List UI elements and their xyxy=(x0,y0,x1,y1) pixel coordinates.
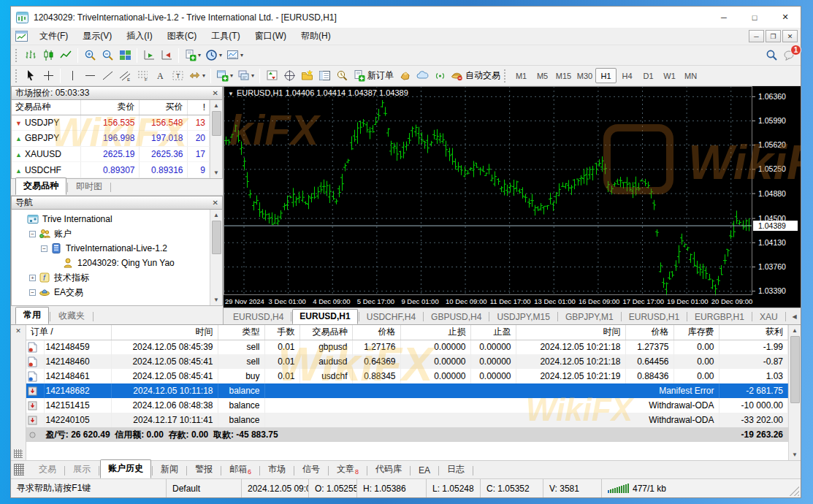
history-column-header[interactable]: 库存费 xyxy=(673,325,719,340)
chart-window[interactable]: ▼EURUSD,H1 1.04406 1.04414 1.04387 1.043… xyxy=(224,86,801,308)
data-window-button[interactable] xyxy=(280,67,298,84)
terminal-tab-账户历史[interactable]: 账户历史 xyxy=(100,459,151,478)
templates-button[interactable]: ▾ xyxy=(224,47,245,64)
mdi-minimize-button[interactable]: ─ xyxy=(749,30,764,42)
history-column-header[interactable]: 订单 / xyxy=(26,325,111,340)
menu-item[interactable]: 文件(F) xyxy=(32,28,75,43)
navigator-item[interactable]: −账户 xyxy=(12,226,210,241)
timeframe-h4[interactable]: H4 xyxy=(617,68,638,83)
scroll-down-icon[interactable]: ▼ xyxy=(790,449,801,460)
collapse-minus-icon[interactable]: − xyxy=(41,245,47,252)
market-watch-column-header[interactable]: 买价 xyxy=(139,100,187,115)
market-watch-column-header[interactable]: 卖价 xyxy=(80,100,139,115)
navigator-caption[interactable]: 导航 ✕ xyxy=(11,196,223,210)
menu-item[interactable]: 帮助(H) xyxy=(294,28,338,43)
market-watch-row[interactable]: ▲USDCHF0.893070.893169 xyxy=(12,162,210,178)
tile-windows-button[interactable] xyxy=(116,47,134,64)
text-label-button[interactable]: T xyxy=(169,67,186,84)
channel-button[interactable]: E xyxy=(116,67,134,84)
menu-item[interactable]: 工具(T) xyxy=(204,28,247,43)
dropdown-arrow-icon[interactable]: ▾ xyxy=(219,52,222,58)
history-column-header[interactable]: 手数 xyxy=(264,325,299,340)
timeframe-m1[interactable]: M1 xyxy=(511,68,532,83)
chart-tab[interactable]: XAU xyxy=(753,310,785,324)
terminal-tab-交易[interactable]: 交易 xyxy=(31,461,64,478)
scroll-up-icon[interactable]: ▲ xyxy=(211,100,222,111)
market-watch-header[interactable]: 交易品种卖价买价! xyxy=(12,100,210,115)
timeframe-h1[interactable]: H1 xyxy=(595,68,617,83)
history-row[interactable]: 1421484612024.12.05 08:45:41buy0.01usdch… xyxy=(26,369,788,383)
chart-tab[interactable]: USDCHF,H4 xyxy=(360,310,422,324)
vps-button[interactable] xyxy=(413,67,431,84)
history-row[interactable]: 1421486822024.12.05 10:11:18balanceManif… xyxy=(26,383,788,398)
trendline-button[interactable] xyxy=(99,67,116,84)
history-column-header[interactable]: 止损 xyxy=(400,325,470,340)
line-chart-button[interactable] xyxy=(57,47,75,64)
navigator-item[interactable]: −TriveInternational-Live-1.2 xyxy=(12,241,210,256)
chart-tab[interactable]: GBPUSD,H4 xyxy=(424,310,488,324)
scroll-thumb[interactable] xyxy=(790,336,800,403)
text-button[interactable]: A xyxy=(151,67,169,84)
tab-收藏夹[interactable]: 收藏夹 xyxy=(51,308,92,324)
new-order-button[interactable]: 新订单 xyxy=(351,67,396,84)
mdi-restore-button[interactable]: ❐ xyxy=(766,30,781,42)
auto-scroll-button[interactable] xyxy=(140,47,158,64)
price-chart[interactable]: 1.063601.059901.056201.052501.048801.045… xyxy=(224,86,801,308)
tab-即时图[interactable]: 即时图 xyxy=(69,179,110,195)
chart-tab[interactable]: EURUSD,H1 xyxy=(622,310,686,324)
history-column-header[interactable]: 获利 xyxy=(719,325,787,340)
market-watch-row[interactable]: ▲GBPJPY196.998197.01820 xyxy=(12,131,210,147)
timeframe-m15[interactable]: M15 xyxy=(553,68,574,83)
history-column-header[interactable]: 交易品种 xyxy=(299,325,352,340)
dropdown-arrow-icon[interactable]: ▾ xyxy=(251,72,254,79)
terminal-tab-代码库[interactable]: 代码库 xyxy=(368,461,409,478)
chart-tab[interactable]: EURGBP,H1 xyxy=(688,310,751,324)
history-column-header[interactable]: 时间 xyxy=(516,325,625,340)
candlestick-chart-button[interactable] xyxy=(39,47,57,64)
terminal-tab-信号[interactable]: 信号 xyxy=(295,461,327,478)
chart-tab[interactable]: EURUSD,H1 xyxy=(292,309,357,324)
vertical-line-button[interactable] xyxy=(64,67,81,84)
tab-交易品种[interactable]: 交易品种 xyxy=(15,177,66,195)
terminal-tab-市场[interactable]: 市场 xyxy=(261,461,293,478)
autotrading-button[interactable]: 自动交易 xyxy=(449,67,503,84)
navigator-item[interactable]: +f技术指标 xyxy=(12,270,210,285)
market-watch-row[interactable]: ▲XAUUSD2625.192625.3617 xyxy=(12,146,210,162)
menu-item[interactable]: 插入(I) xyxy=(119,28,159,43)
toolbar-grip[interactable] xyxy=(504,69,508,83)
strategy-tester-button[interactable] xyxy=(333,67,351,84)
market-watch-toggle-button[interactable] xyxy=(263,67,280,84)
dropdown-arrow-icon[interactable]: ▾ xyxy=(230,72,233,79)
terminal-tab-新闻[interactable]: 新闻 xyxy=(153,461,186,478)
scroll-thumb[interactable] xyxy=(212,221,221,254)
terminal-grid-icon[interactable] xyxy=(14,449,23,458)
fibonacci-button[interactable]: F xyxy=(134,67,151,84)
menu-item[interactable]: 图表(C) xyxy=(160,28,205,43)
timeframe-w1[interactable]: W1 xyxy=(659,68,680,83)
scroll-down-icon[interactable]: ▼ xyxy=(211,167,222,178)
history-column-header[interactable]: 价格 xyxy=(625,325,673,340)
profiles-button[interactable]: ▾ xyxy=(235,67,256,84)
dropdown-arrow-icon[interactable]: ▾ xyxy=(240,52,243,58)
navigator-close-icon[interactable]: ✕ xyxy=(213,199,218,207)
status-profile[interactable]: Default xyxy=(167,479,242,497)
terminal-scrollbar[interactable]: ▲ ▼ xyxy=(788,325,801,460)
bar-chart-button[interactable] xyxy=(22,47,39,64)
signals-button[interactable] xyxy=(431,67,449,84)
terminal-close-icon[interactable]: ✕ xyxy=(15,327,21,335)
history-column-header[interactable]: 止盈 xyxy=(470,325,516,340)
market-watch-scrollbar[interactable]: ▲ ▼ xyxy=(210,100,222,178)
scroll-up-icon[interactable]: ▲ xyxy=(790,325,801,336)
history-column-header[interactable]: 类型 xyxy=(218,325,264,340)
title-bar[interactable]: 12043029: TriveInternational-Live-1.2 - … xyxy=(11,7,801,28)
terminal-tab-日志[interactable]: 日志 xyxy=(440,461,472,478)
terminal-tab-展示[interactable]: 展示 xyxy=(66,461,98,478)
minimize-button[interactable]: ─ xyxy=(709,7,739,28)
market-button[interactable] xyxy=(396,67,413,84)
scroll-up-icon[interactable]: ▲ xyxy=(211,210,222,221)
market-watch-row[interactable]: ▼USDJPY156.535156.54813 xyxy=(12,115,210,131)
periods-button[interactable]: ▾ xyxy=(203,47,224,64)
zoom-in-button[interactable] xyxy=(81,47,99,64)
toolbar-grip[interactable] xyxy=(15,49,19,62)
terminal-tab-警报[interactable]: 警报 xyxy=(188,461,220,478)
